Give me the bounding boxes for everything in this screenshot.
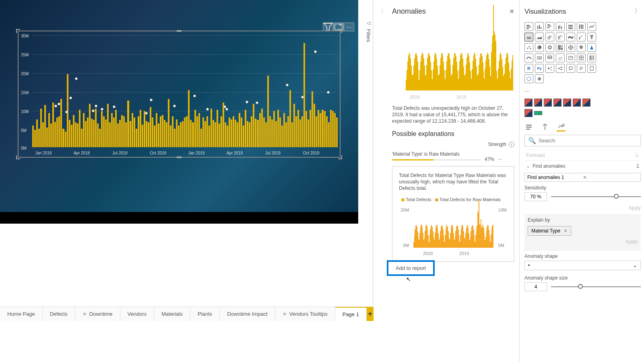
table-icon[interactable] (577, 53, 586, 62)
filled-map-icon[interactable] (577, 43, 586, 52)
azure-map-icon[interactable] (587, 43, 596, 52)
find-anomalies-row[interactable]: ⌄ Find anomalies 1 (524, 160, 641, 171)
remove-icon[interactable]: ✕ (564, 228, 568, 234)
collapse-anomalies-icon[interactable]: 〈 (378, 8, 384, 15)
power-apps-icon[interactable] (535, 74, 544, 83)
chevron-down-icon[interactable]: ⌄ (526, 163, 530, 169)
map-icon[interactable] (566, 43, 575, 52)
stacked-column-icon[interactable] (535, 22, 544, 31)
anomaly-overview-chart[interactable]: 2018 2019 (392, 21, 514, 101)
donut-icon[interactable] (545, 43, 554, 52)
waterfall-icon[interactable] (577, 33, 586, 41)
sensitivity-input[interactable]: 70 % (524, 192, 547, 201)
theme-swatch[interactable] (534, 111, 542, 115)
remove-icon[interactable]: ✕ (583, 175, 638, 180)
forecast-row[interactable]: Forecast ⚠ (524, 150, 641, 160)
page-tab-vendors-tooltips[interactable]: 👁Vendors Tooltips (275, 307, 335, 321)
fields-tab-icon[interactable] (524, 123, 533, 132)
filters-pane-collapsed[interactable]: ◁ Filters (364, 20, 373, 56)
report-canvas[interactable]: ⋯ 30M 25M 20M 15M 10M 5M 0M Jan 2018 Apr… (0, 0, 373, 306)
format-tab-icon[interactable] (541, 123, 549, 132)
page-tab-page1[interactable]: Page 1 (335, 307, 367, 321)
anomaly-shape-size-input[interactable]: 4 (524, 282, 547, 291)
more-visuals-icon[interactable]: ⋯ (524, 86, 641, 99)
clustered-bar-icon[interactable] (545, 22, 554, 31)
filter-icon[interactable] (323, 23, 333, 31)
theme-swatch[interactable] (534, 99, 542, 107)
arcgis-icon[interactable] (524, 74, 533, 83)
page-tab-home[interactable]: Home Page (0, 307, 43, 321)
page-tab-vendors[interactable]: Vendors (120, 307, 155, 321)
possible-explanations-heading: Possible explanations (392, 130, 514, 138)
smart-narrative-icon[interactable] (577, 64, 586, 73)
y-axis-label: 20M (21, 72, 29, 76)
sensitivity-slider[interactable] (551, 196, 641, 197)
apply-button[interactable]: Apply (524, 205, 641, 211)
line-column-icon[interactable] (545, 33, 554, 41)
svg-rect-39 (548, 58, 552, 59)
hundred-pct-column-icon[interactable] (577, 22, 586, 31)
area-chart-icon[interactable] (524, 33, 533, 41)
paginated-report-icon[interactable] (587, 64, 596, 73)
svg-rect-23 (579, 37, 580, 39)
explanation-mini-chart[interactable]: 20M 0M 10M 0M 2018 2019 (399, 205, 508, 257)
stacked-bar-icon[interactable] (524, 22, 533, 31)
more-options-icon[interactable]: ⋯ (344, 23, 354, 31)
page-tab-downtime-impact[interactable]: Downtime Impact (220, 307, 275, 321)
search-input[interactable] (539, 138, 637, 144)
theme-swatch[interactable] (582, 99, 590, 107)
page-tab-plants[interactable]: Plants (190, 307, 220, 321)
theme-swatch[interactable] (524, 109, 533, 117)
stacked-area-icon[interactable] (535, 33, 544, 41)
qa-visual-icon[interactable] (566, 64, 575, 73)
svg-rect-15 (568, 28, 573, 29)
scatter-icon[interactable] (524, 43, 533, 52)
close-icon[interactable]: ✕ (509, 8, 514, 15)
page-tab-downtime[interactable]: 👁Downtime (75, 307, 120, 321)
total-defects-line-chart[interactable]: 30M 25M 20M 15M 10M 5M 0M Jan 2018 Apr 2… (19, 32, 339, 156)
page-tab-materials[interactable]: Materials (154, 307, 190, 321)
anomaly-shape-size-slider[interactable] (551, 286, 641, 287)
decomposition-tree-icon[interactable] (556, 64, 565, 73)
matrix-icon[interactable] (587, 53, 596, 62)
theme-swatch[interactable] (544, 99, 552, 107)
svg-rect-20 (549, 36, 550, 39)
chevron-right-icon[interactable]: 〉 (634, 7, 641, 16)
key-influencers-icon[interactable] (545, 64, 554, 73)
find-anomalies-chip[interactable]: Find anomalies 1 ✕ (524, 173, 641, 182)
theme-swatch[interactable] (524, 99, 533, 107)
slicer-icon[interactable] (566, 53, 575, 62)
apply-button[interactable]: Apply (528, 239, 638, 245)
svg-rect-41 (569, 56, 573, 60)
sensitivity-label: Sensitivity (524, 185, 641, 191)
gauge-icon[interactable] (524, 53, 533, 62)
analytics-search[interactable]: 🔍 (524, 135, 641, 146)
line-clustered-column-icon[interactable] (556, 33, 565, 41)
python-visual-icon[interactable]: Py (535, 64, 544, 73)
add-to-report-button[interactable]: Add to report (387, 260, 435, 276)
explain-by-field-chip[interactable]: Material Type ✕ (528, 226, 571, 236)
page-tab-defects[interactable]: Defects (43, 307, 75, 321)
anomaly-shape-size-label: Anomaly shape size (524, 275, 641, 281)
add-page-button[interactable]: + (367, 307, 374, 321)
multi-row-card-icon[interactable] (545, 53, 554, 62)
r-visual-icon[interactable]: R (524, 64, 533, 73)
ribbon-chart-icon[interactable] (566, 33, 575, 41)
theme-swatch[interactable] (563, 99, 571, 107)
theme-swatch[interactable] (573, 99, 581, 107)
clustered-column-icon[interactable] (556, 22, 565, 31)
funnel-icon[interactable] (587, 33, 596, 41)
theme-swatch[interactable] (553, 99, 561, 107)
analytics-tab-icon[interactable] (557, 123, 566, 132)
visualizations-panel: Visualizations 〉 123 R Py (519, 0, 644, 362)
treemap-icon[interactable] (556, 43, 565, 52)
kpi-icon[interactable] (556, 53, 565, 62)
chevron-up-icon[interactable]: ︿ (497, 155, 502, 162)
svg-point-62 (527, 77, 531, 81)
info-icon[interactable]: i (509, 142, 514, 147)
card-icon[interactable]: 123 (535, 53, 544, 62)
pie-icon[interactable] (535, 43, 544, 52)
anomaly-shape-dropdown[interactable]: • ⌄ (524, 261, 641, 270)
line-chart-icon[interactable] (587, 22, 596, 31)
hundred-pct-bar-icon[interactable] (566, 22, 575, 31)
